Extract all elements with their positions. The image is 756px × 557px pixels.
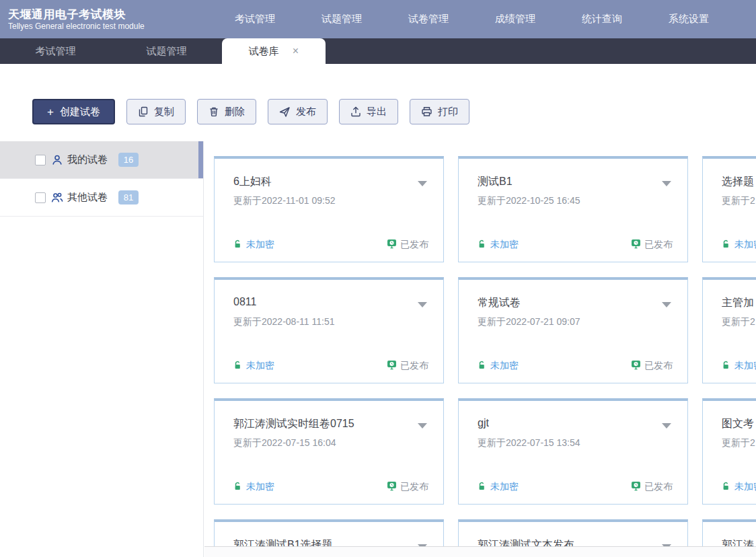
export-button[interactable]: 导出 (339, 99, 398, 124)
send-icon (279, 106, 291, 118)
chevron-down-icon[interactable] (662, 181, 671, 186)
publish-button[interactable]: 发布 (268, 99, 328, 124)
sidebar: 我的试卷 16 其他试卷 81 (0, 141, 204, 557)
encrypt-label: 未加密 (734, 239, 756, 251)
chevron-down-icon[interactable] (662, 302, 671, 307)
encrypt-label: 未加密 (490, 481, 519, 493)
chevron-down-icon[interactable] (662, 423, 671, 429)
status-label: 已发布 (400, 481, 428, 493)
published-icon (387, 239, 397, 251)
unlock-icon (233, 361, 243, 372)
paper-card[interactable]: 图文考 更新于2 未加密 (702, 398, 756, 505)
sidebar-item-other-papers[interactable]: 其他试卷 81 (0, 179, 203, 217)
paper-card[interactable]: 0811 更新于2022-08-11 11:51 未加密 已发布 (214, 277, 444, 383)
encrypt-state: 未加密 (722, 360, 756, 372)
status-label: 已发布 (400, 239, 428, 251)
unlock-icon (233, 482, 243, 493)
published-icon (631, 360, 641, 372)
nav-item-score-management[interactable]: 成绩管理 (495, 13, 535, 26)
encrypt-label: 未加密 (246, 360, 274, 372)
publish-label: 发布 (296, 106, 316, 118)
print-button[interactable]: 打印 (410, 99, 469, 124)
nav-item-question-management[interactable]: 试题管理 (322, 13, 362, 26)
sidebar-item-my-papers[interactable]: 我的试卷 16 (0, 141, 203, 179)
nav-item-statistics-query[interactable]: 统计查询 (582, 13, 622, 26)
paper-footer: 未加密 已发布 (233, 481, 428, 493)
plus-icon: + (47, 106, 54, 118)
encrypt-state: 未加密 (233, 239, 274, 251)
paper-footer: 未加密 已发布 (478, 481, 673, 493)
encrypt-state: 未加密 (233, 360, 274, 372)
nav-item-exam-management[interactable]: 考试管理 (235, 13, 275, 26)
my-papers-checkbox[interactable] (35, 155, 46, 165)
toolbar: + 创建试卷 复制 删除 (32, 99, 469, 124)
create-paper-label: 创建试卷 (60, 106, 100, 118)
top-nav: 考试管理 试题管理 试卷管理 成绩管理 统计查询 系统设置 (235, 0, 709, 38)
encrypt-state: 未加密 (722, 481, 756, 493)
copy-label: 复制 (154, 106, 174, 118)
publish-state: 已发布 (631, 481, 673, 493)
unlock-icon (722, 482, 731, 493)
chevron-down-icon[interactable] (418, 423, 427, 429)
paper-title: 6上妇科 (233, 175, 272, 189)
paper-updated: 更新于2022-07-21 09:07 (478, 316, 580, 328)
publish-state: 已发布 (387, 239, 428, 251)
paper-updated: 更新于2 (722, 316, 755, 328)
encrypt-label: 未加密 (246, 481, 274, 493)
tab-bar: 考试管理 试题管理 试卷库 × (0, 38, 756, 64)
unlock-icon (722, 361, 731, 372)
paper-title: 测试B1 (478, 175, 513, 189)
paper-footer: 未加密 (722, 239, 756, 251)
print-icon (421, 106, 432, 117)
paper-card[interactable]: 主管加 更新于2 未加密 (702, 277, 756, 383)
chevron-down-icon[interactable] (418, 181, 427, 186)
encrypt-label: 未加密 (490, 360, 519, 372)
tab-paper-library[interactable]: 试卷库 × (222, 38, 326, 64)
paper-title: 图文考 (722, 417, 754, 431)
publish-state: 已发布 (631, 360, 673, 372)
encrypt-state: 未加密 (233, 481, 274, 493)
published-icon (387, 481, 397, 493)
unlock-icon (722, 239, 731, 251)
horizontal-scrollbar[interactable] (204, 546, 756, 557)
status-label: 已发布 (644, 481, 673, 493)
content-area: + 创建试卷 复制 删除 (0, 64, 756, 557)
count-badge: 81 (118, 190, 139, 205)
delete-button[interactable]: 删除 (197, 99, 256, 124)
unlock-icon (478, 239, 487, 251)
paper-updated: 更新于2022-08-11 11:51 (233, 316, 334, 328)
export-label: 导出 (367, 106, 387, 118)
app-subtitle: Tellyes General electronic test module (8, 22, 145, 32)
encrypt-label: 未加密 (246, 239, 274, 251)
sidebar-item-label: 我的试卷 (67, 153, 108, 166)
paper-card[interactable]: 郭江涛测试实时组卷0715 更新于2022-07-15 16:04 未加密 已发… (214, 398, 444, 505)
encrypt-state: 未加密 (722, 239, 756, 251)
copy-button[interactable]: 复制 (126, 99, 186, 124)
published-icon (631, 481, 641, 493)
other-papers-checkbox[interactable] (35, 192, 46, 203)
paper-footer: 未加密 已发布 (478, 360, 673, 372)
tab-question-management[interactable]: 试题管理 (111, 38, 222, 64)
paper-footer: 未加密 (722, 481, 756, 493)
paper-footer: 未加密 (722, 360, 756, 372)
paper-card[interactable]: 6上妇科 更新于2022-11-01 09:52 未加密 已发布 (214, 156, 444, 262)
create-paper-button[interactable]: + 创建试卷 (32, 99, 115, 124)
status-label: 已发布 (644, 239, 673, 251)
paper-card[interactable]: gjt 更新于2022-07-15 13:54 未加密 已发布 (458, 398, 688, 505)
encrypt-label: 未加密 (734, 481, 756, 493)
tab-exam-management[interactable]: 考试管理 (0, 38, 111, 64)
nav-item-paper-management[interactable]: 试卷管理 (408, 13, 449, 26)
paper-card[interactable]: 常规试卷 更新于2022-07-21 09:07 未加密 已发布 (458, 277, 688, 383)
paper-card[interactable]: 测试B1 更新于2022-10-25 16:45 未加密 已发布 (458, 156, 688, 262)
chevron-down-icon[interactable] (418, 302, 427, 307)
sidebar-item-label: 其他试卷 (67, 191, 108, 204)
nav-item-system-settings[interactable]: 系统设置 (669, 13, 709, 26)
paper-title: 常规试卷 (478, 296, 521, 310)
copy-icon (138, 106, 149, 117)
unlock-icon (233, 239, 243, 251)
print-label: 打印 (438, 106, 458, 118)
paper-card[interactable]: 选择题 更新于2 未加密 (702, 156, 756, 262)
close-icon[interactable]: × (293, 46, 299, 57)
paper-footer: 未加密 已发布 (478, 239, 673, 251)
paper-updated: 更新于2 (722, 437, 755, 449)
